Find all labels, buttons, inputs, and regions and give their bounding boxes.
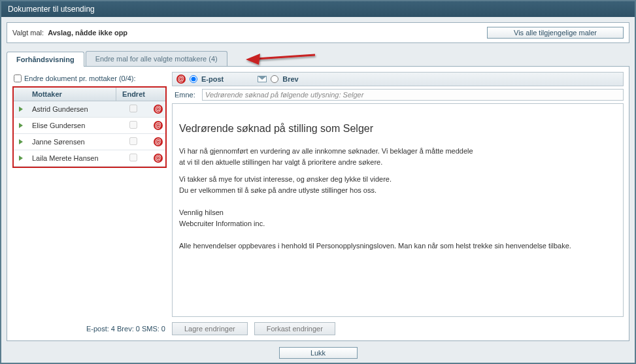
recipient-name: Janne Sørensen (28, 138, 116, 146)
recipient-row[interactable]: Astrid Gundersen @ (14, 101, 165, 118)
right-panel: @ E-post Brev Emne: Vedrørende søknad på… (172, 72, 624, 335)
dialog-window: Dokumenter til utsending Valgt mal: Avsl… (0, 0, 636, 364)
svg-marker-1 (246, 54, 260, 65)
annotation-arrow-icon (243, 44, 322, 69)
row-arrow-icon (14, 106, 28, 113)
tab-preview[interactable]: Forhåndsvisning (7, 52, 84, 67)
body-line: Alle henvendelser oppbevares i henhold t… (179, 240, 616, 252)
col-changed-header[interactable]: Endret (116, 88, 151, 101)
show-all-templates-button[interactable]: Vis alle tilgjengelige maler (487, 27, 624, 39)
recipient-list: Mottaker Endret Astrid Gundersen @ Elise… (12, 86, 167, 168)
send-type-letter-radio[interactable] (271, 75, 278, 83)
col-channel-header (151, 88, 165, 101)
tab-strip: Forhåndsvisning Endre mal for alle valgt… (7, 51, 629, 67)
row-arrow-icon (14, 155, 28, 162)
save-changes-button[interactable]: Lagre endringer (172, 322, 248, 335)
recipient-channel-icon: @ (151, 105, 165, 114)
letter-icon (258, 76, 267, 82)
body-heading: Vedrørende søknad på stilling som Selger (179, 121, 616, 137)
template-name: Avslag, nådde ikke opp (48, 29, 127, 37)
recipient-channel-icon: @ (151, 121, 165, 130)
recipient-name: Astrid Gundersen (28, 105, 116, 113)
message-body-editor[interactable]: Vedrørende søknad på stilling som Selger… (172, 103, 624, 317)
subject-label: Emne: (172, 91, 198, 99)
row-arrow-icon (14, 122, 28, 129)
action-buttons: Lagre endringer Forkast endringer (172, 317, 624, 335)
body-line: at vi til den aktuelle stillingen har va… (179, 157, 616, 168)
recipient-name: Elise Gundersen (28, 122, 116, 129)
recipient-header: Mottaker Endret (14, 88, 165, 101)
send-type-letter-label: Brev (282, 75, 298, 83)
titlebar: Dokumenter til utsending (1, 1, 635, 17)
body-line: Vennlig hilsen (179, 207, 616, 218)
recipient-row[interactable]: Laila Merete Hansen @ (14, 150, 165, 167)
body-line: Vi har nå gjennomført en vurdering av al… (179, 146, 616, 157)
template-prefix: Valgt mal: (12, 29, 44, 37)
body-line: Webcruiter Information inc. (179, 218, 616, 229)
send-type-bar: @ E-post Brev (172, 72, 624, 86)
close-button[interactable]: Lukk (279, 347, 358, 359)
send-type-email-label: E-post (201, 75, 224, 83)
col-recipient-header[interactable]: Mottaker (28, 88, 116, 101)
tab-edit-all-recipients[interactable]: Endre mal for alle valgte mottakere (4) (86, 51, 227, 66)
row-arrow-icon (14, 139, 28, 146)
recipient-channel-icon: @ (151, 154, 165, 163)
recipient-channel-icon: @ (151, 137, 165, 146)
content-area: Valgt mal: Avslag, nådde ikke opp Vis al… (1, 17, 635, 363)
edit-per-recipient-label: Endre dokument pr. mottaker (0/4): (24, 74, 136, 82)
svg-line-0 (256, 55, 315, 59)
template-bar: Valgt mal: Avslag, nådde ikke opp Vis al… (7, 22, 629, 43)
discard-changes-button[interactable]: Forkast endringer (254, 322, 335, 335)
recipient-name: Laila Merete Hansen (28, 154, 116, 162)
body-line: Du er velkommen til å søke på andre utly… (179, 185, 616, 196)
body-line: Vi takker så mye for utvist interesse, o… (179, 174, 616, 185)
window-title: Dokumenter til utsending (8, 5, 95, 14)
edit-per-recipient-checkbox[interactable]: Endre dokument pr. mottaker (0/4): (12, 72, 167, 86)
main-area: Endre dokument pr. mottaker (0/4): Motta… (7, 67, 629, 341)
edit-per-recipient-input[interactable] (14, 74, 22, 82)
email-icon: @ (176, 74, 186, 84)
recipient-row[interactable]: Janne Sørensen @ (14, 134, 165, 150)
recipient-changed (116, 121, 151, 130)
subject-row: Emne: (172, 86, 624, 103)
send-type-email-radio[interactable] (190, 75, 197, 83)
recipient-row[interactable]: Elise Gundersen @ (14, 118, 165, 134)
recipient-changed (116, 105, 151, 114)
subject-input[interactable] (202, 89, 624, 101)
left-panel: Endre dokument pr. mottaker (0/4): Motta… (12, 72, 167, 335)
recipient-changed (116, 137, 151, 146)
close-bar: Lukk (1, 347, 635, 359)
channel-stats: E-post: 4 Brev: 0 SMS: 0 (12, 322, 167, 335)
col-arrow-header (14, 88, 28, 101)
selected-template-label: Valgt mal: Avslag, nådde ikke opp (12, 29, 127, 37)
recipient-changed (116, 154, 151, 163)
